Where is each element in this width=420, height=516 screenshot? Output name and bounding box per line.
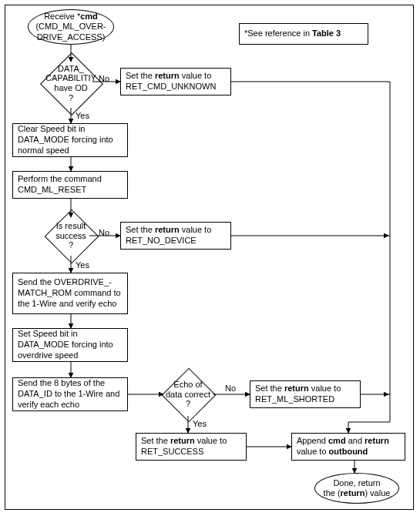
send-8-bytes: Send the 8 bytes of the DATA_ID to the 1… [12,377,128,411]
note-text: *See reference in Table 3 [244,28,341,39]
start-terminator: Receive *cmd (CMD_ML_OVER- DRIVE_ACCESS) [28,9,114,45]
send8-text: Send the 8 bytes of the DATA_ID to the 1… [18,378,123,410]
set-speed-text: Set Speed bit in DATA_MODE forcing into … [18,329,123,360]
send-overdrive-match-rom: Send the OVERDRIVE_-MATCH_ROM command to… [12,273,128,314]
do-reset-text: Perform the command CMD_ML_RESET [18,174,123,196]
decision-capability-text: DATA_ CAPABILITIY have OD ? [45,64,96,103]
note-box: *See reference in Table 3 [239,23,368,45]
edge-no-2: No [99,228,109,237]
start-text: Receive *cmd (CMD_ML_OVER- DRIVE_ACCESS) [35,12,106,42]
do-reset: Perform the command CMD_ML_RESET [12,171,128,199]
decision-echo-text: Echo of data correct ? [166,380,210,409]
decision-success-text: Is result success ? [55,221,86,250]
decision-success: Is result success ? [40,211,102,260]
done-terminator: Done, returnthe (return) value [314,473,399,504]
ret-ml-shorted: Set the return value to RET_ML_SHORTED [250,380,361,408]
clear-speed: Clear Speed bit in DATA_MODE forcing int… [12,123,128,157]
ret-no-device-text: Set the return value to RET_NO_DEVICE [126,225,211,246]
edge-yes-1: Yes [76,111,89,120]
ret-success: Set the return value to RET_SUCCESS [136,433,247,461]
ret-cmd-unknown-text: Set the return value to RET_CMD_UNKNOWN [126,71,216,92]
done-text: Done, returnthe (return) value [324,478,391,498]
decision-echo: Echo of data correct ? [154,370,222,419]
ret-success-text: Set the return value to RET_SUCCESS [141,436,227,457]
append-outbound: Append cmd and return value to outbound [291,433,405,461]
edge-no-3: No [225,384,236,393]
ret-cmd-unknown: Set the return value to RET_CMD_UNKNOWN [120,68,231,95]
set-speed-overdrive: Set Speed bit in DATA_MODE forcing into … [12,328,128,362]
ret-ml-shorted-text: Set the return value to RET_ML_SHORTED [255,384,341,405]
edge-yes-2: Yes [76,260,89,270]
decision-capability: DATA_ CAPABILITIY have OD ? [37,55,105,111]
send-ovr-text: Send the OVERDRIVE_-MATCH_ROM command to… [18,277,123,309]
clear-speed-text: Clear Speed bit in DATA_MODE forcing int… [18,124,123,156]
edge-no-1: No [99,74,109,83]
ret-no-device: Set the return value to RET_NO_DEVICE [120,222,231,250]
append-text: Append cmd and return value to outbound [297,436,389,457]
edge-yes-3: Yes [193,419,207,428]
